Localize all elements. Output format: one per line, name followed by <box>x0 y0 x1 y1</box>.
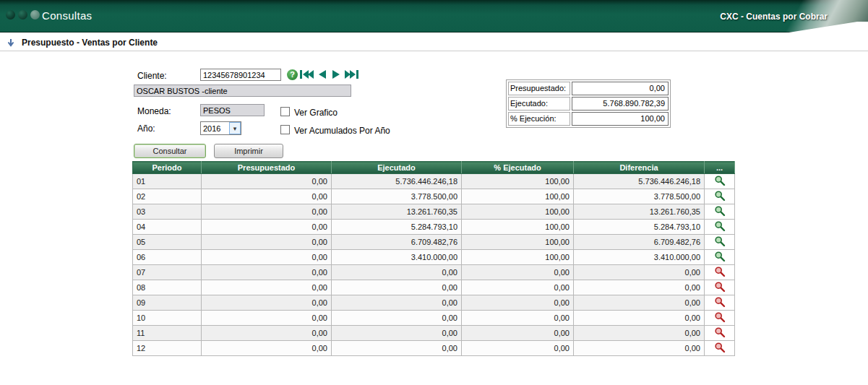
presupuestado-cell: 0,00 <box>202 189 332 204</box>
periodo-cell: 05 <box>133 235 202 250</box>
ano-label: Año: <box>137 124 155 134</box>
pct-ejecutado-cell: 100,00 <box>462 174 574 189</box>
magnifier-icon[interactable] <box>714 251 726 262</box>
magnifier-icon[interactable] <box>714 281 726 293</box>
ejecutado-cell: 0,00 <box>332 311 462 326</box>
ano-select[interactable]: 2016 ▾ <box>200 121 241 135</box>
pct-ejecucion-total-label: % Ejecución: <box>508 112 570 126</box>
periodo-cell: 09 <box>133 295 202 311</box>
presupuestado-cell: 0,00 <box>202 326 332 341</box>
module-title: CXC - Cuentas por Cobrar <box>720 12 828 22</box>
ejecutado-cell: 3.410.000,00 <box>332 250 462 265</box>
table-row: 110,000,000,000,00 <box>133 326 735 341</box>
table-row: 040,005.284.793,10100,005.284.793,10 <box>133 220 735 235</box>
magnifier-icon[interactable] <box>714 326 726 338</box>
periodo-cell: 08 <box>133 280 202 295</box>
ejecutado-cell: 5.284.793,10 <box>332 220 462 235</box>
detail-cell <box>705 220 735 235</box>
ver-grafico-checkbox[interactable] <box>280 107 290 116</box>
cliente-name-field <box>134 85 351 97</box>
diferencia-cell: 0,00 <box>574 280 705 295</box>
pct-ejecutado-cell: 100,00 <box>462 250 574 265</box>
dot-icon <box>30 10 40 20</box>
detail-cell <box>705 174 735 189</box>
periodo-cell: 04 <box>133 220 202 235</box>
periodo-cell: 06 <box>133 250 202 265</box>
diferencia-cell: 0,00 <box>574 341 705 356</box>
ver-grafico-label: Ver Grafico <box>294 108 338 118</box>
summary-row: Presupuestado: 0,00 <box>508 82 669 95</box>
help-icon[interactable]: ? <box>287 69 298 80</box>
magnifier-icon[interactable] <box>714 205 726 217</box>
consultar-button[interactable]: Consultar <box>134 144 206 158</box>
jump-arrow-icon <box>7 38 15 51</box>
table-row: 120,000,000,000,00 <box>133 341 735 356</box>
table-row: 030,0013.261.760,35100,0013.261.760,35 <box>133 204 735 220</box>
magnifier-icon[interactable] <box>714 220 726 232</box>
presupuestado-cell: 0,00 <box>202 204 332 220</box>
ver-acumulados-checkbox[interactable] <box>280 125 290 134</box>
nav-next-icon[interactable] <box>331 69 341 79</box>
table-row: 060,003.410.000,00100,003.410.000,00 <box>133 250 735 265</box>
ejecutado-cell: 0,00 <box>332 326 462 341</box>
periodo-cell: 10 <box>133 311 202 326</box>
pct-ejecutado-cell: 100,00 <box>462 235 574 250</box>
nav-last-icon[interactable] <box>345 69 358 79</box>
pct-ejecutado-cell: 0,00 <box>462 295 574 311</box>
periodo-cell: 12 <box>133 341 202 356</box>
window-dots <box>6 10 40 20</box>
diferencia-cell: 0,00 <box>574 326 705 341</box>
summary-row: % Ejecución: 100,00 <box>508 112 669 126</box>
ejecutado-total-label: Ejecutado: <box>508 97 570 111</box>
page-title: Presupuesto - Ventas por Cliente <box>22 38 158 48</box>
pct-ejecutado-cell: 0,00 <box>462 280 574 295</box>
detail-cell <box>705 250 735 265</box>
detail-cell <box>705 341 735 356</box>
table-row: 050,006.709.482,76100,006.709.482,76 <box>133 235 735 250</box>
magnifier-icon[interactable] <box>714 266 726 277</box>
app-window: Consultas CXC - Cuentas por Cobrar Presu… <box>0 0 868 385</box>
results-table: Periodo Presupuestado Ejecutado % Ejecut… <box>132 161 735 356</box>
ejecutado-cell: 3.778.500,00 <box>332 189 462 204</box>
periodo-cell: 02 <box>133 189 202 204</box>
nav-first-icon[interactable] <box>300 69 314 79</box>
magnifier-icon[interactable] <box>714 296 726 308</box>
pct-ejecutado-cell: 100,00 <box>462 189 574 204</box>
pct-ejecutado-cell: 0,00 <box>462 326 574 341</box>
presupuestado-total-label: Presupuestado: <box>508 82 570 95</box>
nav-previous-icon[interactable] <box>317 69 327 79</box>
presupuestado-cell: 0,00 <box>202 174 332 189</box>
table-header-row: Periodo Presupuestado Ejecutado % Ejecut… <box>133 162 735 174</box>
magnifier-icon[interactable] <box>714 311 726 323</box>
periodo-cell: 11 <box>133 326 202 341</box>
magnifier-icon[interactable] <box>714 175 726 186</box>
detail-cell <box>705 204 735 220</box>
col-header-actions: ... <box>705 162 735 174</box>
diferencia-cell: 5.284.793,10 <box>574 220 705 235</box>
magnifier-icon[interactable] <box>714 190 726 202</box>
diferencia-cell: 13.261.760,35 <box>574 204 705 220</box>
presupuestado-cell: 0,00 <box>202 295 332 311</box>
magnifier-icon[interactable] <box>714 235 726 247</box>
magnifier-icon[interactable] <box>714 342 726 353</box>
presupuestado-cell: 0,00 <box>202 250 332 265</box>
pct-ejecucion-total-value: 100,00 <box>572 112 669 126</box>
table-row: 070,000,000,000,00 <box>133 265 735 280</box>
col-header-diferencia: Diferencia <box>574 162 705 174</box>
table-row: 090,000,000,000,00 <box>133 295 735 311</box>
detail-cell <box>705 235 735 250</box>
dot-icon <box>18 10 27 20</box>
dot-icon <box>6 10 15 20</box>
periodo-cell: 03 <box>133 204 202 220</box>
ver-acumulados-label: Ver Acumulados Por Año <box>294 126 390 136</box>
presupuestado-cell: 0,00 <box>202 341 332 356</box>
cliente-input[interactable] <box>200 69 281 81</box>
ejecutado-cell: 5.736.446.246,18 <box>332 174 462 189</box>
pct-ejecutado-cell: 0,00 <box>462 265 574 280</box>
col-header-presupuestado: Presupuestado <box>202 162 332 174</box>
imprimir-button[interactable]: Imprimir <box>214 144 283 158</box>
periodo-cell: 07 <box>133 265 202 280</box>
table-row: 080,000,000,000,00 <box>133 280 735 295</box>
col-header-ejecutado: Ejecutado <box>332 162 462 174</box>
ejecutado-cell: 0,00 <box>332 295 462 311</box>
